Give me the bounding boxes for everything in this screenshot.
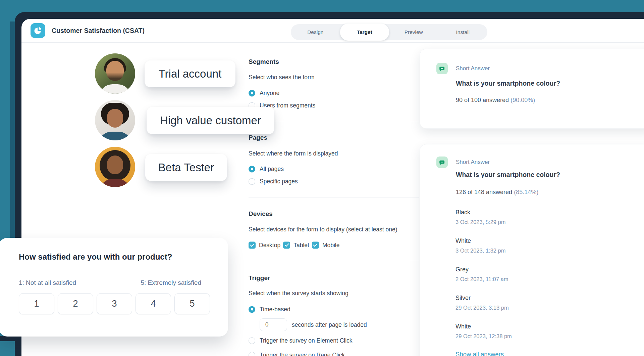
- tab-design[interactable]: Design: [291, 24, 340, 40]
- scale-button-5[interactable]: 5: [174, 293, 210, 314]
- question-text: What is your smartphone colour?: [456, 80, 560, 87]
- checkbox-label: Tablet: [293, 242, 309, 249]
- radio-unselected-icon: [249, 178, 255, 185]
- radio-unselected-icon: [249, 352, 255, 356]
- scale-button-2[interactable]: 2: [58, 293, 93, 314]
- trigger-heading: Trigger: [249, 274, 270, 282]
- section-divider: [249, 197, 419, 197]
- trigger-delay-row: seconds after page is loaded: [260, 318, 367, 331]
- segment-pill-trial-account: Trial account: [145, 60, 235, 87]
- trigger-subtitle: Select when the survey starts showing: [249, 290, 348, 297]
- avatar-shirt: [98, 132, 132, 140]
- answer-text: Silver: [455, 295, 471, 302]
- radio-specific-pages[interactable]: Specific pages: [249, 178, 298, 185]
- devices-checkbox-row: Desktop Tablet Mobile: [249, 242, 342, 249]
- checkbox-tablet[interactable]: Tablet: [283, 242, 309, 249]
- answer-timestamp: 29 Oct 2023, 3:13 pm: [455, 305, 509, 311]
- answer-text: White: [455, 323, 471, 330]
- short-answer-chat-bubble-icon: [436, 157, 448, 168]
- answered-percent: (90.00%): [511, 97, 535, 103]
- radio-anyone[interactable]: Anyone: [249, 90, 279, 97]
- radio-label: All pages: [260, 166, 284, 173]
- radio-rage-click[interactable]: Trigger the survey on Rage Click: [249, 352, 345, 356]
- answered-count: 90 of 100 answered: [456, 97, 509, 103]
- radio-all-pages[interactable]: All pages: [249, 166, 284, 173]
- checkbox-checked-icon: [312, 242, 319, 249]
- segments-subtitle: Select who sees the form: [249, 74, 314, 81]
- survey-widget-card: How satisfied are you with our product? …: [0, 238, 228, 337]
- radio-selected-icon: [249, 166, 255, 172]
- tab-target[interactable]: Target: [340, 24, 389, 41]
- radio-element-click[interactable]: Trigger the survey on Element Click: [249, 337, 353, 344]
- app-logo-pie-chart-icon: [31, 23, 45, 38]
- radio-label: Trigger the survey on Element Click: [260, 337, 353, 344]
- checkbox-label: Mobile: [322, 242, 340, 249]
- radio-selected-icon: [249, 90, 255, 96]
- question-type-label: Short Answer: [456, 65, 490, 72]
- pages-subtitle: Select where the form is displayed: [249, 150, 338, 157]
- tab-preview[interactable]: Preview: [389, 24, 438, 40]
- avatar-shirt: [100, 179, 130, 187]
- scale-button-4[interactable]: 4: [136, 293, 171, 314]
- checkbox-checked-icon: [249, 242, 256, 249]
- delay-suffix-label: seconds after page is loaded: [292, 321, 367, 328]
- checkbox-checked-icon: [283, 242, 290, 249]
- checkbox-mobile[interactable]: Mobile: [312, 242, 340, 249]
- segments-heading: Segments: [249, 58, 279, 65]
- question-text: What is your smartphone colour?: [456, 171, 560, 179]
- header-divider: [21, 42, 644, 43]
- radio-label: Trigger the survey on Rage Click: [260, 352, 345, 356]
- answer-timestamp: 3 Oct 2023, 1:32 pm: [455, 248, 506, 254]
- page-title: Customer Satisfaction (CSAT): [52, 27, 145, 35]
- answered-percent: (85.14%): [514, 189, 538, 195]
- header-tab-bar: Design Target Preview Install: [291, 24, 487, 40]
- radio-label: Specific pages: [260, 178, 298, 185]
- avatar-face: [107, 155, 123, 174]
- avatar-man-curly-hair: [95, 100, 135, 140]
- avatar-face: [106, 61, 124, 81]
- radio-selected-icon: [249, 306, 255, 313]
- result-card-summary: Short Answer What is your smartphone col…: [420, 49, 644, 129]
- radio-label: Time-based: [260, 306, 290, 313]
- section-divider: [249, 260, 419, 260]
- scale-min-label: 1: Not at all satisfied: [19, 279, 76, 286]
- show-all-answers-link[interactable]: Show all answers: [455, 351, 504, 356]
- segment-pill-beta-tester: Beta Tester: [145, 154, 227, 181]
- scale-buttons-row: 1 2 3 4 5: [19, 293, 210, 314]
- short-answer-chat-bubble-icon: [436, 63, 448, 74]
- pages-heading: Pages: [249, 134, 267, 141]
- answer-text: Black: [455, 209, 470, 216]
- background-corner-teal: [0, 341, 15, 356]
- devices-heading: Devices: [249, 210, 273, 218]
- survey-question: How satisfied are you with our product?: [19, 252, 172, 262]
- radio-time-based[interactable]: Time-based: [249, 306, 290, 313]
- answered-count: 126 of 148 answered: [456, 189, 512, 195]
- radio-unselected-icon: [249, 337, 255, 344]
- answer-text: White: [455, 237, 471, 244]
- delay-seconds-input[interactable]: [260, 318, 287, 331]
- avatar-woman-curly-hair: [95, 147, 135, 187]
- avatar-face: [107, 109, 123, 128]
- question-type-label: Short Answer: [456, 159, 490, 166]
- checkbox-desktop[interactable]: Desktop: [249, 242, 280, 249]
- devices-subtitle: Select devices for the form to display (…: [249, 226, 397, 233]
- answered-stats: 90 of 100 answered (90.00%): [456, 97, 535, 104]
- segment-pill-high-value-customer: High value customer: [147, 107, 274, 134]
- result-card-answers: Short Answer What is your smartphone col…: [420, 144, 644, 356]
- tab-install[interactable]: Install: [438, 24, 488, 40]
- answer-timestamp: 29 Oct 2023, 12:38 pm: [455, 333, 512, 340]
- page-background: Customer Satisfaction (CSAT) Design Targ…: [0, 0, 644, 356]
- answer-timestamp: 3 Oct 2023, 5:29 pm: [455, 219, 506, 225]
- answer-text: Grey: [455, 266, 469, 273]
- scale-button-3[interactable]: 3: [97, 293, 132, 314]
- avatar-man-short-hair: [95, 53, 135, 94]
- scale-max-label: 5: Extremely satisfied: [141, 279, 201, 286]
- radio-label: Anyone: [260, 90, 279, 97]
- checkbox-label: Desktop: [259, 242, 280, 249]
- scale-button-1[interactable]: 1: [19, 293, 54, 314]
- answer-timestamp: 2 Oct 2023, 11:07 am: [455, 276, 508, 282]
- answered-stats: 126 of 148 answered (85.14%): [456, 189, 538, 196]
- avatar-shirt: [99, 84, 131, 94]
